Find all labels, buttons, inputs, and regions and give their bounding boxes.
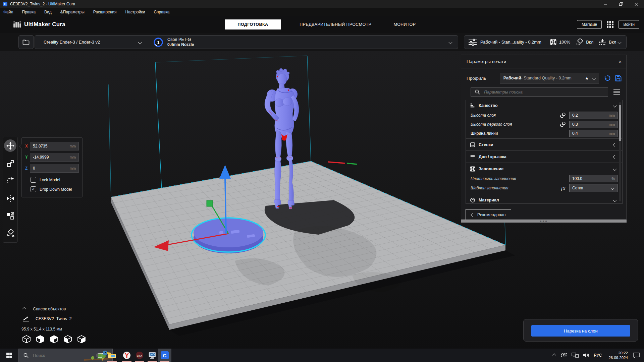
clock-date: 26.09.2024: [608, 355, 628, 360]
settings-search-field[interactable]: [471, 87, 608, 97]
tab-preview[interactable]: ПРЕДВАРИТЕЛЬНЫЙ ПРОСМОТР: [296, 19, 375, 29]
windows-logo-icon: [6, 353, 12, 358]
scale-tool-button[interactable]: [4, 157, 16, 170]
infill-pattern-dropdown[interactable]: Сетка: [569, 184, 618, 192]
section-top-bottom[interactable]: Дно / крышка: [466, 152, 622, 162]
view-left-icon[interactable]: [63, 335, 72, 344]
chevron-down-icon: [613, 167, 616, 171]
recommended-mode-button[interactable]: Рекомендован: [466, 209, 511, 220]
taskbar-search-input[interactable]: [32, 353, 74, 358]
slice-button[interactable]: Нарезка на слои: [531, 325, 630, 337]
open-file-button[interactable]: [18, 35, 34, 49]
svg-text:GTA: GTA: [137, 354, 143, 357]
file-explorer-button[interactable]: [105, 349, 119, 362]
object-list-item[interactable]: CE3E3V2_Twins_2: [23, 316, 72, 321]
network-tray-icon[interactable]: [572, 352, 579, 358]
svg-text:1: 1: [157, 40, 160, 45]
object-list-header[interactable]: Список объектов: [23, 307, 66, 311]
save-icon[interactable]: [615, 75, 622, 81]
mirror-tool-button[interactable]: [4, 192, 16, 204]
tray-expand-icon[interactable]: [552, 353, 556, 357]
clock[interactable]: 20:22 26.09.2024: [608, 351, 628, 360]
menu-view[interactable]: Вид: [44, 10, 52, 14]
settings-menu-icon[interactable]: [613, 89, 620, 95]
view-top-icon[interactable]: [49, 335, 59, 344]
initial-layer-height-field[interactable]: 0.3 mm: [569, 121, 618, 128]
fx-icon[interactable]: ƒx: [560, 186, 565, 191]
setting-initial-layer-height: Высота первого слоя 0.3 mm: [466, 120, 622, 129]
view-front-icon[interactable]: [36, 335, 45, 344]
undo-icon[interactable]: [604, 75, 610, 81]
profile-label: Профиль: [467, 76, 500, 81]
lock-model-checkbox[interactable]: [31, 177, 36, 183]
window-title: CE3E3V2_Twins_2 - UltiMaker Cura: [10, 2, 75, 6]
rotate-tool-button[interactable]: [4, 175, 16, 187]
layer-height-field[interactable]: 0.2 mm: [569, 112, 618, 119]
section-material-clipped[interactable]: Материал: [466, 195, 622, 204]
line-width-field[interactable]: 0.4 mm: [569, 130, 618, 137]
link-icon[interactable]: [560, 112, 566, 118]
menu-extensions[interactable]: Расширения: [93, 10, 117, 14]
selected-disc-model[interactable]: [192, 218, 265, 253]
section-walls[interactable]: Стенки: [466, 139, 622, 150]
section-title: Материал: [479, 198, 499, 202]
printer-selector[interactable]: Creality Ender-3 / Ender-3 v2: [35, 35, 148, 49]
extruder-1-icon: 1: [153, 37, 163, 47]
drop-down-model-checkbox[interactable]: ✓: [31, 186, 36, 192]
monitor-app-icon: [148, 352, 156, 359]
chevron-down-icon: [592, 76, 596, 80]
support-blocker-icon: [6, 229, 15, 237]
view-right-icon[interactable]: [77, 335, 86, 344]
close-button[interactable]: [629, 0, 644, 8]
yandex-browser-button[interactable]: [120, 349, 133, 362]
menu-help[interactable]: Справка: [154, 10, 169, 14]
language-indicator[interactable]: РУС: [594, 353, 602, 358]
restore-button[interactable]: [613, 0, 629, 8]
section-quality[interactable]: Качество: [466, 100, 622, 111]
camera-view-buttons: [22, 335, 86, 344]
tab-prepare[interactable]: ПОДГОТОВКА: [225, 19, 281, 29]
notification-center-icon[interactable]: [633, 352, 640, 358]
settings-search-input[interactable]: [483, 89, 595, 95]
cura-taskbar-button[interactable]: C: [158, 349, 171, 362]
material-selector[interactable]: 1 Своё PET-G 0.4mm Nozzle: [147, 35, 458, 49]
adhesion-state: Вкл: [609, 40, 616, 45]
section-infill[interactable]: Заполнение: [466, 164, 622, 174]
x-position-field[interactable]: 52.8735mm: [30, 142, 79, 150]
monitor-app-button[interactable]: [146, 349, 159, 362]
volume-tray-icon[interactable]: [583, 352, 590, 358]
setting-infill-density: Плотность заполнения 100.0 %: [466, 174, 622, 183]
start-button[interactable]: [0, 349, 18, 362]
settings-scrollbar[interactable]: [619, 102, 621, 201]
tab-monitor[interactable]: МОНИТОР: [390, 19, 419, 29]
gta-button[interactable]: GTA: [133, 349, 146, 362]
menu-edit[interactable]: Правка: [22, 10, 36, 14]
minimize-button[interactable]: [598, 0, 613, 8]
star-icon: ★: [585, 76, 589, 81]
link-icon[interactable]: [560, 121, 566, 127]
chevron-down-icon: [448, 40, 452, 44]
close-icon[interactable]: ×: [619, 59, 622, 64]
view-3d-icon[interactable]: [22, 335, 31, 344]
z-position-field[interactable]: 0mm: [30, 164, 79, 173]
setting-label: Шаблон заполнения: [471, 186, 508, 190]
per-model-settings-button[interactable]: [4, 209, 16, 222]
chevron-left-icon: [471, 213, 474, 217]
task-view-button[interactable]: [93, 349, 107, 362]
infill-density-field[interactable]: 100.0 %: [569, 175, 618, 182]
chevron-down-icon: [610, 186, 614, 190]
move-tool-button[interactable]: [4, 139, 16, 152]
print-settings-summary[interactable]: Рабочий - Stan...uality - 0.2mm 100% Вкл: [464, 35, 627, 49]
support-blocker-button[interactable]: [4, 227, 16, 239]
menu-preferences[interactable]: Настройки: [125, 10, 145, 14]
profile-dropdown[interactable]: Рабочий - Standard Quality - 0.2mm ★: [500, 73, 599, 83]
menu-settings[interactable]: &Параметры: [60, 10, 85, 14]
y-position-field[interactable]: -14.9999mm: [30, 153, 79, 162]
scrollbar-thumb[interactable]: [619, 105, 621, 141]
z-axis-label: Z: [25, 166, 30, 171]
onedrive-tray-icon[interactable]: [561, 352, 568, 358]
setting-label: Высота слоя: [471, 113, 496, 118]
panel-resize-handle[interactable]: ●●●: [461, 220, 627, 223]
section-title: Дно / крышка: [479, 155, 506, 159]
menu-file[interactable]: Файл: [3, 10, 13, 14]
